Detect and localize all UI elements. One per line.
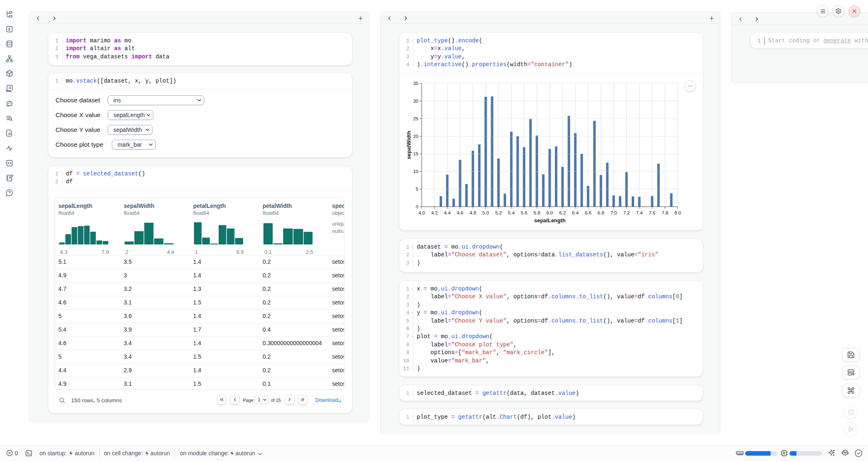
svg-text:6.6: 6.6: [585, 210, 591, 215]
svg-text:5: 5: [416, 187, 418, 191]
svg-text:30: 30: [413, 99, 418, 104]
svg-text:5.8: 5.8: [533, 210, 540, 215]
svg-text:35: 35: [413, 81, 418, 86]
svg-text:6.8: 6.8: [598, 210, 604, 215]
svg-text:7.2: 7.2: [623, 210, 630, 215]
svg-text:5.0: 5.0: [482, 210, 489, 215]
svg-text:7.4: 7.4: [636, 210, 643, 215]
svg-text:25: 25: [413, 116, 418, 121]
svg-text:4.2: 4.2: [431, 210, 438, 215]
svg-text:15: 15: [413, 151, 418, 156]
svg-text:4.8: 4.8: [470, 210, 476, 215]
svg-text:4.6: 4.6: [457, 210, 463, 215]
svg-text:6.2: 6.2: [559, 210, 566, 215]
svg-text:7.8: 7.8: [662, 210, 668, 215]
svg-text:4.4: 4.4: [444, 210, 451, 215]
svg-text:6.0: 6.0: [547, 210, 553, 215]
svg-text:sepalWidth: sepalWidth: [406, 131, 412, 159]
svg-text:5.6: 5.6: [521, 210, 527, 215]
svg-text:7.0: 7.0: [610, 210, 617, 215]
svg-text:7.6: 7.6: [649, 210, 656, 215]
svg-text:5.4: 5.4: [508, 210, 515, 215]
svg-text:sepalLength: sepalLength: [534, 217, 566, 223]
svg-text:5.2: 5.2: [495, 210, 502, 215]
svg-text:0: 0: [416, 204, 418, 209]
svg-text:4.0: 4.0: [418, 210, 425, 215]
svg-text:8.0: 8.0: [674, 210, 681, 215]
svg-text:20: 20: [413, 134, 418, 138]
svg-text:6.4: 6.4: [572, 210, 579, 215]
svg-text:10: 10: [413, 169, 418, 174]
